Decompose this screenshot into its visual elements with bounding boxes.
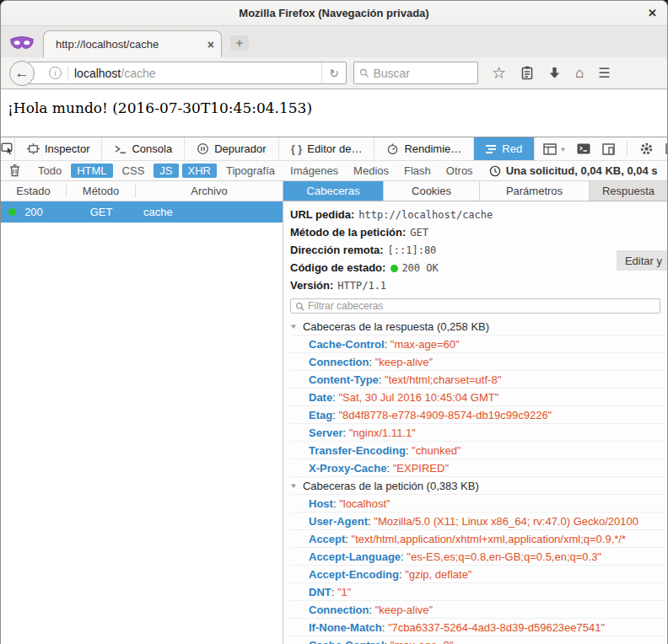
status-green-dot [8, 208, 16, 216]
pick-element-icon [1, 142, 14, 155]
url-divider [67, 66, 68, 80]
header-row[interactable]: Server"nginx/1.11.1" [290, 424, 667, 442]
split-console-icon[interactable] [577, 143, 590, 154]
filter-medios[interactable]: Medios [347, 164, 395, 178]
pick-element-button[interactable] [1, 137, 15, 160]
collapse-twisty-icon[interactable]: ▼ [289, 477, 298, 495]
responsive-mode-icon[interactable] [602, 143, 615, 155]
filter-otros[interactable]: Otros [440, 164, 479, 178]
request-headers-section[interactable]: ▼ Cabeceras de la petición (0,383 KB) [290, 477, 667, 495]
column-metodo[interactable]: Método [67, 185, 136, 197]
header-row[interactable]: User-Agent"Mozilla/5.0 (X11; Linux x86_6… [290, 513, 667, 530]
url-path: /cache [121, 67, 155, 80]
filter-html[interactable]: HTML [71, 164, 112, 178]
home-icon[interactable]: ⌂ [575, 66, 584, 80]
new-tab-button[interactable]: + [230, 35, 249, 51]
hamburger-menu-icon[interactable]: ☰ [598, 67, 611, 80]
window-title: Mozilla Firefox (Navegación privada) [1, 7, 667, 19]
devtools-toolbar-buttons: ▾ [535, 137, 668, 160]
bookmark-star-icon[interactable]: ☆ [492, 65, 506, 81]
select-iframe-icon[interactable] [543, 143, 557, 155]
response-headers-section[interactable]: ▼ Cabeceras de la respuesta (0,258 KB) [290, 318, 667, 335]
network-main: Estado Método Archivo 200 GET cache Cabe… [1, 181, 667, 644]
request-method-cell: GET [67, 206, 136, 218]
filter-css[interactable]: CSS [116, 164, 151, 178]
filter-xhr[interactable]: XHR [182, 164, 217, 178]
url-text[interactable]: localhost/cache [74, 67, 315, 80]
tab-respuesta[interactable]: Respuesta [590, 181, 667, 201]
site-info-icon[interactable]: i [49, 67, 62, 79]
search-box[interactable] [353, 62, 478, 84]
request-file-cell: cache [136, 206, 283, 218]
headers-panel: URL pedida:http://localhost/cache Método… [283, 201, 667, 644]
search-input[interactable] [373, 67, 472, 80]
header-row[interactable]: If-None-Match"7cba6337-5264-4ad3-8d39-d5… [290, 619, 667, 636]
downloads-icon[interactable] [548, 67, 561, 80]
tab-close-icon[interactable]: × [207, 38, 214, 51]
page-content: ¡Hola mundo! (2016-07-30T10:45:04.153) [1, 89, 667, 137]
filter-js[interactable]: JS [154, 164, 178, 178]
network-icon [486, 144, 497, 154]
headers-filter-box[interactable] [290, 298, 660, 314]
request-row-selected[interactable]: 200 GET cache [1, 201, 283, 223]
requests-summary[interactable]: Una solicitud, 0,04 KB, 0,04 s [489, 164, 658, 177]
header-row[interactable]: Content-Type"text/html;charset=utf-8" [290, 371, 667, 389]
header-row[interactable]: Accept"text/html,application/xhtml+xml,a… [290, 530, 667, 548]
clear-requests-trash-icon[interactable] [9, 164, 20, 177]
tab-label: Rendimie… [404, 142, 461, 155]
timing-clock-icon [489, 165, 501, 177]
tab-inspector[interactable]: Inspector [15, 137, 102, 160]
filter-flash[interactable]: Flash [398, 164, 437, 178]
tab-parametros[interactable]: Parámetros [480, 181, 590, 201]
browser-tab[interactable]: http://localhost/cache × [43, 30, 222, 57]
back-button[interactable]: ← [9, 61, 35, 86]
header-row[interactable]: DNT"1" [290, 583, 667, 601]
edit-and-resend-button[interactable]: Editar y [617, 250, 667, 271]
tab-label: Consola [132, 142, 172, 155]
tab-editor-de-estilo[interactable]: { } Editor de… [279, 137, 375, 160]
tab-label: Depurador [214, 142, 266, 155]
summary-remote-address: Dirección remota:[::1]:80 [290, 241, 667, 259]
headers-filter-input[interactable] [308, 300, 655, 312]
header-row[interactable]: Connection"keep-alive" [290, 601, 667, 619]
tab-depurador[interactable]: Depurador [185, 137, 278, 160]
firefox-window: Mozilla Firefox (Navegación privada) ✕ h… [0, 0, 668, 644]
tab-red[interactable]: Red [474, 137, 535, 160]
page-text: ¡Hola mundo! (2016-07-30T10:45:04.153) [8, 99, 312, 116]
filter-todo[interactable]: Todo [32, 164, 67, 178]
header-row[interactable]: X-Proxy-Cache"EXPIRED" [290, 459, 667, 477]
request-status-cell: 200 [1, 206, 67, 218]
column-estado[interactable]: Estado [1, 185, 67, 197]
filter-tipografia[interactable]: Tipografía [220, 164, 281, 178]
summary-url: URL pedida:http://localhost/cache [290, 206, 667, 223]
tab-label: Editor de… [307, 142, 362, 155]
header-row[interactable]: Accept-Encoding"gzip, deflate" [290, 566, 667, 583]
tab-label: Red [502, 142, 522, 155]
header-row[interactable]: Cache-Control"max-age=0" [290, 636, 667, 644]
tab-consola[interactable]: Consola [102, 137, 185, 160]
status-green-dot [391, 265, 398, 272]
window-close-icon[interactable]: ✕ [648, 7, 657, 20]
header-row[interactable]: Host"localhost" [290, 495, 667, 513]
url-host: localhost [74, 67, 121, 80]
column-archivo[interactable]: Archivo [136, 185, 283, 197]
tab-cookies[interactable]: Cookies [384, 181, 480, 201]
reload-icon[interactable]: ↻ [321, 62, 346, 83]
header-row[interactable]: Cache-Control"max-age=60" [290, 335, 667, 353]
status-code: 200 [24, 206, 43, 218]
header-row[interactable]: Accept-Language"es-ES,es;q=0.8,en-GB;q=0… [290, 548, 667, 566]
header-row[interactable]: Date"Sat, 30 Jul 2016 10:45:04 GMT" [290, 389, 667, 406]
header-row[interactable]: Connection"keep-alive" [290, 353, 667, 371]
bookmarks-menu-icon[interactable] [520, 66, 534, 81]
tab-cabeceras[interactable]: Cabeceras [283, 181, 384, 201]
collapse-twisty-icon[interactable]: ▼ [289, 318, 298, 335]
tab-rendimiento[interactable]: Rendimie… [374, 137, 474, 160]
url-bar[interactable]: i localhost/cache ↻ [28, 62, 347, 84]
filter-imagenes[interactable]: Imágenes [284, 164, 344, 178]
request-list-header: Estado Método Archivo [1, 181, 283, 201]
debugger-pause-icon [197, 142, 209, 155]
header-row[interactable]: Transfer-Encoding"chunked" [290, 442, 667, 459]
iframe-caret-icon[interactable]: ▾ [561, 145, 565, 153]
header-row[interactable]: Etag"8d4f8778-e778-4909-8574-db19c99c922… [290, 406, 667, 424]
settings-gear-icon[interactable] [639, 142, 654, 156]
